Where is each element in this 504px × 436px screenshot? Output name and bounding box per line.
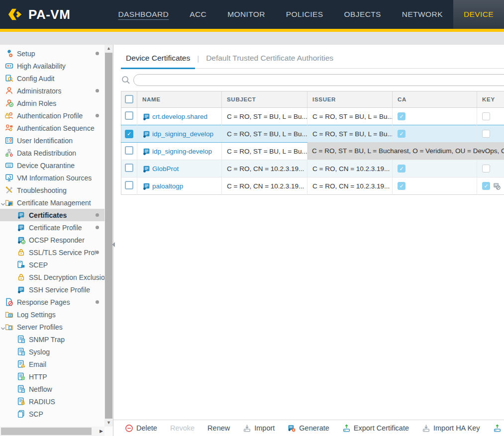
sidebar-item-scp[interactable]: SCP — [0, 408, 104, 420]
delete-button[interactable]: Delete — [118, 424, 164, 433]
sidebar-item-authentication-sequence[interactable]: Authentication Sequence — [0, 122, 104, 134]
lock-icon — [17, 248, 25, 257]
certificate-name-link[interactable]: GlobProt — [152, 165, 179, 173]
horizontal-scroll-thumb[interactable] — [1, 428, 92, 435]
sidebar-item-email[interactable]: Email — [0, 358, 104, 370]
sidebar-item-scep[interactable]: SCEP — [0, 259, 104, 271]
sidebar-item-log-settings[interactable]: Log Settings — [0, 308, 104, 321]
nav-item-dashboard[interactable]: DASHBOARD — [107, 0, 179, 29]
scroll-right-icon[interactable]: ▶ — [100, 427, 103, 436]
button-label: Revoke — [170, 424, 195, 432]
select-all-checkbox[interactable] — [125, 95, 133, 103]
doc-globe-icon — [17, 372, 25, 381]
cert-icon — [17, 223, 25, 232]
row-checkbox[interactable] — [125, 111, 133, 120]
search-input[interactable] — [133, 74, 504, 86]
sidebar-item-vm-information-sources[interactable]: VM Information Sources — [0, 172, 104, 184]
sidebar-item-user-identification[interactable]: User Identification — [0, 134, 104, 147]
sidebar-item-troubleshooting[interactable]: Troubleshooting — [0, 184, 104, 196]
sidebar-item-snmp-trap[interactable]: SNMP Trap — [0, 333, 104, 346]
ca-checkbox[interactable]: ✓ — [398, 112, 405, 120]
folder-server-icon — [5, 323, 13, 331]
sidebar-item-label: Netflow — [29, 385, 52, 393]
export-certificate-button[interactable]: Export Certificate — [336, 424, 415, 433]
sidebar-item-admin-roles[interactable]: Admin Roles — [0, 97, 104, 109]
chevron-expanded-icon[interactable] — [0, 200, 5, 205]
nav-item-acc[interactable]: ACC — [179, 0, 217, 29]
tab-default-trusted-certificate-authorities[interactable]: Default Trusted Certificate Authorities — [201, 54, 338, 68]
certificate-name-link[interactable]: idp_signing-develop — [152, 148, 212, 155]
sidebar-item-ssl-decryption-exclusio[interactable]: SSL Decryption Exclusio — [0, 271, 104, 283]
column-header-ca[interactable]: CA — [393, 91, 477, 108]
scroll-down-icon[interactable]: ▼ — [104, 419, 113, 427]
sidebar-item-data-redistribution[interactable]: Data Redistribution — [0, 147, 104, 159]
scroll-up-icon[interactable]: ▲ — [104, 45, 113, 52]
folder-cert-icon — [5, 198, 13, 207]
nav-item-device[interactable]: DEVICE — [453, 0, 504, 29]
tools-icon — [5, 186, 13, 194]
chevron-expanded-icon[interactable] — [0, 325, 5, 330]
key-checkbox[interactable] — [482, 130, 490, 138]
sidebar-item-ssl-tls-service-profile[interactable]: SSL/TLS Service Profile — [0, 246, 104, 259]
audit-icon — [5, 74, 13, 83]
sidebar-item-radius[interactable]: RADIUS — [0, 395, 104, 408]
renew-button[interactable]: Renew — [201, 424, 236, 432]
tab-device-certificates[interactable]: Device Certificates — [121, 54, 195, 68]
certificate-name-link[interactable]: paloaltogp — [152, 182, 183, 190]
row-checkbox[interactable]: ✓ — [125, 130, 133, 138]
ha-icon — [5, 62, 13, 70]
sidebar-collapse-handle[interactable] — [111, 236, 115, 253]
export-button[interactable]: Export — [487, 424, 504, 433]
ca-checkbox[interactable]: ✓ — [398, 182, 405, 190]
sidebar-item-setup[interactable]: Setup — [0, 47, 104, 60]
sidebar-horizontal-scrollbar[interactable]: ▶ — [0, 427, 104, 436]
sidebar-item-response-pages[interactable]: Response Pages — [0, 296, 104, 308]
certificate-name-link[interactable]: crt.develop.shared — [152, 113, 207, 120]
button-label: Import HA Key — [433, 424, 480, 432]
sidebar-item-server-profiles[interactable]: Server Profiles — [0, 321, 104, 333]
issuer-cell: C = RO, ST = BU, L = Bu... — [307, 108, 393, 125]
sidebar-item-administrators[interactable]: Administrators — [0, 85, 104, 97]
key-checkbox[interactable]: ✓ — [482, 182, 490, 190]
key-checkbox[interactable] — [482, 165, 490, 173]
generate-icon — [288, 424, 296, 433]
sidebar-item-netflow[interactable]: Netflow — [0, 383, 104, 395]
row-checkbox[interactable] — [125, 164, 133, 172]
column-header-key[interactable]: KEY — [477, 91, 504, 108]
sidebar-item-syslog[interactable]: Syslog — [0, 346, 104, 358]
certificate-name-link[interactable]: idp_signing_develop — [152, 130, 213, 138]
sidebar-item-certificate-management[interactable]: Certificate Management — [0, 196, 104, 209]
column-header-subject[interactable]: SUBJECT — [222, 91, 307, 108]
nav-item-policies[interactable]: POLICIES — [276, 0, 334, 29]
column-header-name[interactable]: NAME — [137, 91, 222, 108]
column-header-issuer[interactable]: ISSUER — [307, 91, 393, 108]
generate-button[interactable]: Generate — [281, 424, 335, 433]
nav-item-monitor[interactable]: MONITOR — [217, 0, 276, 29]
tab-separator: | — [195, 54, 201, 68]
import-ha-key-button[interactable]: Import HA Key — [415, 424, 486, 433]
auth-profile-icon — [5, 111, 13, 120]
ca-checkbox[interactable]: ✓ — [398, 130, 405, 138]
sidebar-item-certificates[interactable]: Certificates — [0, 209, 104, 221]
sidebar-item-ocsp-responder[interactable]: OCSP Responder — [0, 234, 104, 246]
sidebar-item-high-availability[interactable]: High Availability — [0, 60, 104, 72]
nav-item-objects[interactable]: OBJECTS — [334, 0, 392, 29]
vertical-scroll-thumb[interactable] — [105, 53, 112, 419]
cert-icon — [17, 285, 25, 294]
sidebar-item-certificate-profile[interactable]: Certificate Profile — [0, 221, 104, 234]
ca-checkbox[interactable]: ✓ — [398, 165, 405, 173]
import-button[interactable]: Import — [236, 424, 281, 433]
key-checkbox[interactable] — [482, 112, 490, 120]
sidebar-item-device-quarantine[interactable]: Device Quarantine — [0, 159, 104, 172]
sidebar-item-ssh-service-profile[interactable]: SSH Service Profile — [0, 283, 104, 296]
sidebar-vertical-scrollbar[interactable]: ▲ ▼ — [104, 45, 113, 427]
status-dot-icon — [96, 213, 99, 217]
revoke-button[interactable]: Revoke — [164, 424, 201, 432]
nav-item-network[interactable]: NETWORK — [392, 0, 453, 29]
row-checkbox[interactable] — [125, 146, 133, 155]
sidebar-item-authentication-profile[interactable]: Authentication Profile — [0, 109, 104, 122]
sidebar-item-http[interactable]: HTTP — [0, 370, 104, 383]
row-checkbox[interactable] — [125, 181, 133, 189]
sidebar-item-config-audit[interactable]: Config Audit — [0, 72, 104, 85]
sidebar-item-label: User Identification — [17, 137, 73, 145]
